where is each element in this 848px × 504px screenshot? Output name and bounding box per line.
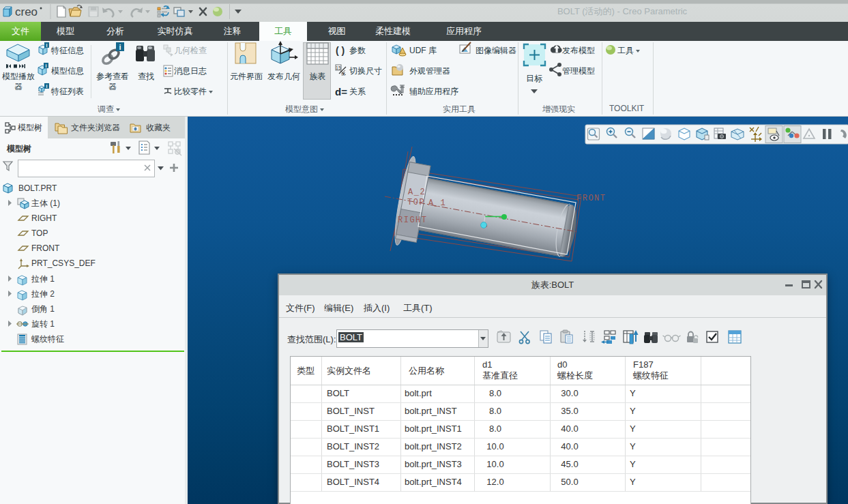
svg-text:TOP: TOP: [407, 198, 425, 207]
svg-text:A_2: A_2: [408, 188, 426, 197]
svg-text:( ): ( ): [336, 45, 345, 56]
svg-text:FRONT: FRONT: [576, 194, 606, 203]
svg-text:15: 15: [336, 65, 341, 70]
svg-text:creo: creo: [15, 5, 38, 18]
svg-text:x: x: [341, 70, 345, 77]
svg-text:A_1: A_1: [428, 198, 446, 208]
svg-text:i: i: [46, 84, 48, 89]
svg-text:RIGHT: RIGHT: [398, 216, 428, 225]
svg-text:d=: d=: [335, 86, 347, 98]
svg-text:i: i: [46, 63, 47, 68]
svg-text:i: i: [119, 43, 121, 51]
svg-text:i: i: [46, 43, 48, 48]
